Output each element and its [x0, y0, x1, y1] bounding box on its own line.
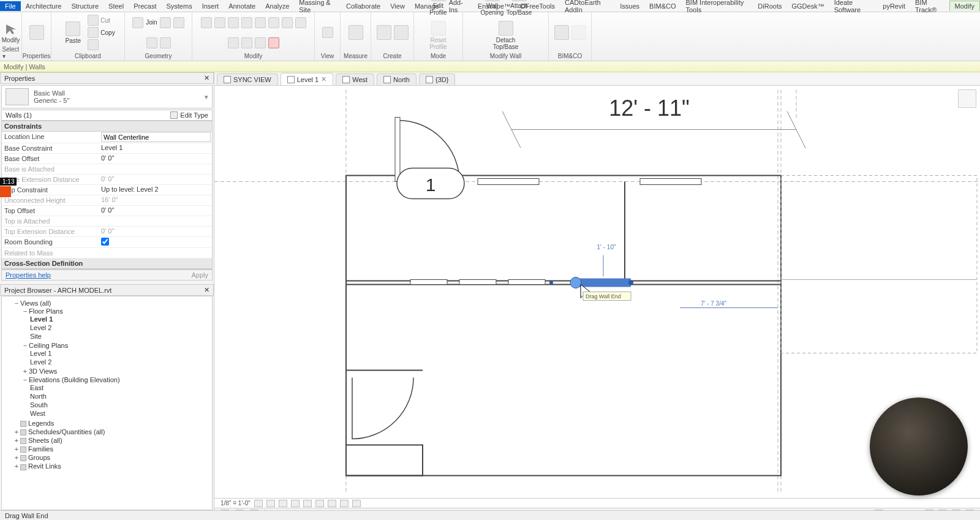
apply-button[interactable]: Apply [191, 271, 208, 279]
worksharing-icon[interactable] [352, 500, 361, 507]
tab-view[interactable]: View [385, 1, 410, 11]
tree-floor-plans[interactable]: Floor Plans [29, 307, 63, 315]
geom1-icon[interactable] [160, 17, 171, 28]
copy-icon[interactable] [88, 27, 99, 38]
type-selector[interactable]: Basic Wall Generic - 5" ▾ [1, 85, 213, 108]
tab-diroots[interactable]: DiRoots [753, 1, 786, 11]
copy2-icon[interactable] [241, 37, 252, 48]
temp-dim-right[interactable]: 7' - 7 3/4" [701, 300, 727, 307]
split-icon[interactable] [268, 17, 279, 28]
crop-region-icon[interactable] [315, 500, 324, 507]
tree-elevations[interactable]: Elevations (Building Elevation) [29, 376, 120, 383]
view-scale[interactable]: 1/8" = 1'-0" [221, 500, 251, 507]
tab-bimtrack[interactable]: BIM Track® [910, 0, 949, 15]
paste-button[interactable]: Paste [61, 20, 85, 45]
visual-style-icon[interactable] [266, 500, 275, 507]
mirror-icon[interactable] [228, 17, 239, 28]
dimension-top[interactable]: 12' - 11" [609, 96, 690, 121]
array-icon[interactable] [282, 17, 293, 28]
edit-profile-button[interactable]: Edit Profile [426, 0, 451, 17]
location-line-input[interactable] [101, 132, 211, 142]
tree-legends[interactable]: Legends [28, 420, 54, 427]
chevron-down-icon[interactable]: ▾ [205, 93, 208, 101]
group-cross-section[interactable]: Cross-Section Definition [2, 258, 212, 269]
tab-ggdesk[interactable]: GGDesk™ [786, 1, 829, 11]
tree-cp-level2[interactable]: Level 2 [30, 358, 209, 366]
detail-level-icon[interactable] [254, 500, 263, 507]
tab-file[interactable]: File [0, 1, 21, 11]
properties-close-icon[interactable]: ✕ [204, 74, 209, 82]
matchtype-icon[interactable] [88, 39, 99, 50]
base-offset-value[interactable]: 0' 0" [100, 154, 212, 164]
tab-steel[interactable]: Steel [104, 1, 129, 11]
tree-views-all[interactable]: Views (all) [20, 300, 51, 307]
align-icon[interactable] [295, 17, 306, 28]
sun-path-icon[interactable] [279, 500, 287, 507]
bimco-icon[interactable] [554, 25, 569, 40]
selected-wall[interactable] [576, 279, 631, 287]
tree-south[interactable]: South [30, 401, 209, 409]
tab-bimco[interactable]: BIM&CO [644, 1, 680, 11]
tree-ceiling-plans[interactable]: Ceiling Plans [29, 342, 68, 349]
view-tab-north[interactable]: North [377, 73, 417, 85]
tab-architecture[interactable]: Architecture [21, 1, 67, 11]
tab-precast[interactable]: Precast [129, 1, 161, 11]
tree-families[interactable]: Families [28, 445, 53, 453]
tab-ideate[interactable]: Ideate Software [829, 0, 878, 15]
join-label[interactable]: Join [146, 19, 157, 26]
view-tab-west[interactable]: West [336, 73, 374, 85]
crop-icon[interactable] [303, 500, 312, 507]
geom2-icon[interactable] [173, 17, 184, 28]
wall-end-grip-left[interactable] [570, 277, 581, 288]
temp-dim-top[interactable]: 1' - 10" [597, 244, 616, 251]
navigation-cube[interactable] [958, 89, 976, 108]
top-constraint-value[interactable]: Up to level: Level 2 [100, 185, 212, 195]
tree-level1[interactable]: Level 1 [30, 315, 209, 323]
view-tab-level1-close-icon[interactable]: ✕ [321, 75, 326, 83]
top-offset-value[interactable]: 0' 0" [100, 206, 212, 216]
properties-help-link[interactable]: Properties help [6, 271, 51, 279]
tree-groups[interactable]: Groups [28, 454, 50, 461]
drawing-canvas[interactable]: 12' - 11" 1 Drag Wall End 1' - 10" 7' - … [214, 86, 980, 498]
project-browser-tree[interactable]: −Views (all) −Floor Plans Level 1 Level … [1, 296, 213, 510]
tab-bimit[interactable]: BIM Interoperability Tools [680, 0, 753, 15]
base-constraint-value[interactable]: Level 1 [100, 143, 212, 153]
offset-icon[interactable] [228, 37, 239, 48]
tree-schedules[interactable]: Schedules/Quantities (all) [28, 428, 105, 435]
tab-pyrevit[interactable]: pyRevit [878, 1, 910, 11]
wall-endpoint-marker[interactable] [549, 281, 553, 285]
tab-insert[interactable]: Insert [197, 1, 224, 11]
rotate-icon[interactable] [214, 17, 225, 28]
reveal-hidden-icon[interactable] [340, 500, 349, 507]
view-icon[interactable] [322, 27, 333, 38]
attach-topbase-button[interactable]: Attach Top/Base [507, 0, 532, 17]
selection-count[interactable]: Walls (1) [6, 111, 32, 119]
tree-east[interactable]: East [30, 383, 209, 392]
scale-icon[interactable] [241, 17, 252, 28]
room-bounding-checkbox[interactable] [101, 238, 109, 246]
tab-structure[interactable]: Structure [66, 1, 104, 11]
tree-cp-level1[interactable]: Level 1 [30, 349, 209, 358]
delete-icon[interactable] [268, 37, 279, 48]
hide-isolate-icon[interactable] [328, 500, 336, 507]
shadows-icon[interactable] [291, 500, 300, 507]
project-browser-close-icon[interactable]: ✕ [204, 286, 209, 294]
view-tab-sync[interactable]: SYNC VIEW [217, 73, 278, 85]
tab-analyze[interactable]: Analyze [260, 1, 294, 11]
door-tag[interactable]: 1 [426, 175, 436, 195]
tab-annotate[interactable]: Annotate [224, 1, 260, 11]
trim-icon[interactable] [255, 17, 266, 28]
tree-sheets[interactable]: Sheets (all) [28, 437, 62, 444]
properties-icon[interactable] [29, 25, 44, 40]
view-tab-level1[interactable]: Level 1✕ [281, 73, 333, 85]
edit-type-button[interactable]: Edit Type [170, 111, 208, 119]
tab-collaborate[interactable]: Collaborate [341, 1, 385, 11]
tree-level2[interactable]: Level 2 [30, 323, 209, 332]
group-constraints[interactable]: Constraints [2, 121, 212, 132]
geom3-icon[interactable] [146, 37, 157, 48]
tree-revit-links[interactable]: Revit Links [28, 462, 61, 470]
create-icon[interactable] [377, 25, 391, 40]
tree-west[interactable]: West [30, 409, 209, 418]
tree-site[interactable]: Site [30, 332, 209, 341]
create2-icon[interactable] [394, 25, 409, 40]
